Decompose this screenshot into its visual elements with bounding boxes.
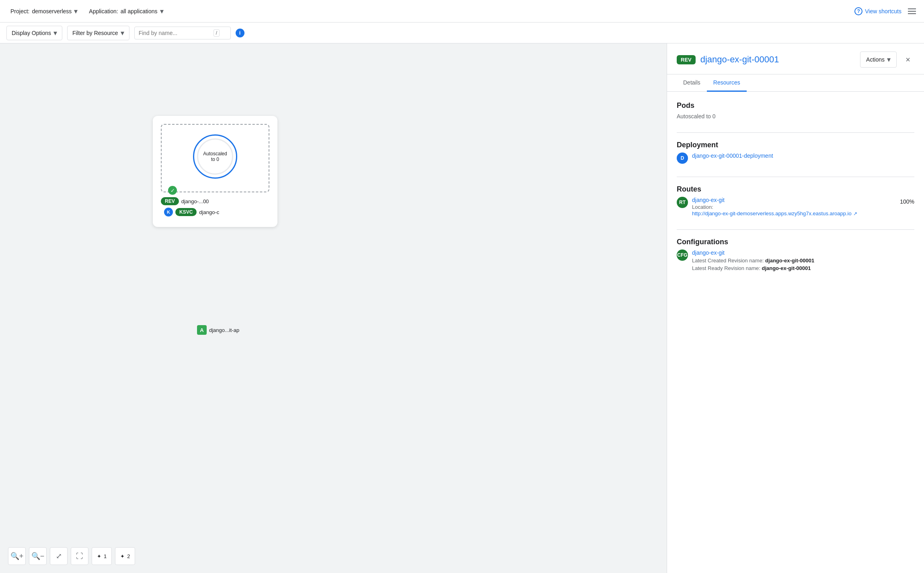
topology-canvas[interactable]: Autoscaled to 0 ✓ REV django-...00 K KSV… — [0, 43, 667, 573]
rev-node-row[interactable]: REV django-...00 — [161, 197, 269, 205]
route-percentage: 100% — [900, 197, 914, 205]
deployment-title: Deployment — [677, 141, 914, 149]
ksvc-node-row[interactable]: K KSVC django-c — [164, 208, 269, 216]
node1-button[interactable]: ✦ 1 — [92, 547, 112, 565]
outer-ring: Autoscaled to 0 — [193, 134, 237, 179]
project-dropdown[interactable]: Project: demoserverless ▾ — [6, 4, 82, 18]
inner-ring: Autoscaled to 0 — [197, 138, 233, 175]
rev-tag: REV — [161, 197, 179, 205]
expand-button[interactable]: ⛶ — [71, 547, 88, 565]
toolbar: Display Options ▾ Filter by Resource ▾ /… — [0, 23, 924, 43]
route-row: RT django-ex-git Location: http://django… — [677, 197, 914, 216]
configurations-section: Configurations CFG django-ex-git Latest … — [677, 238, 914, 271]
pods-subtitle: Autoscaled to 0 — [677, 113, 914, 120]
ksvc-tag: KSVC — [175, 208, 197, 216]
route-location-label: Location: — [692, 204, 857, 210]
navbar-right: ? View shortcuts — [854, 7, 918, 16]
navbar: Project: demoserverless ▾ Application: a… — [0, 0, 924, 23]
application-dropdown[interactable]: Application: all applications ▾ — [85, 4, 167, 18]
tab-details[interactable]: Details — [677, 74, 707, 92]
close-icon: × — [906, 55, 910, 64]
question-icon: ? — [854, 7, 862, 15]
node2-label: 2 — [127, 553, 130, 559]
pods-title: Pods — [677, 101, 914, 110]
routes-section: Routes RT django-ex-git Location: http:/… — [677, 185, 914, 216]
cfg-latest-created-value: django-ex-git-00001 — [765, 258, 814, 264]
filter-chevron-icon: ▾ — [121, 29, 124, 37]
view-shortcuts-link[interactable]: ? View shortcuts — [854, 7, 901, 15]
route-badge: RT — [677, 197, 688, 208]
expand-icon: ⛶ — [76, 552, 83, 561]
cfg-row: CFG django-ex-git Latest Created Revisio… — [677, 249, 914, 271]
deployment-badge: D — [677, 153, 688, 164]
search-input[interactable] — [139, 30, 211, 36]
a-node-name: django...it-ap — [209, 327, 239, 333]
check-badge: ✓ — [168, 186, 177, 195]
project-chevron-icon: ▾ — [74, 7, 78, 16]
project-name: demoserverless — [32, 8, 72, 14]
actions-button[interactable]: Actions ▾ — [860, 52, 897, 68]
display-options-button[interactable]: Display Options ▾ — [6, 26, 62, 40]
fit-button[interactable]: ⤢ — [50, 547, 68, 565]
panel-title: REV django-ex-git-00001 — [677, 54, 779, 65]
node1-label: 1 — [104, 553, 107, 559]
deployment-link[interactable]: django-ex-git-00001-deployment — [692, 153, 773, 159]
actions-label: Actions — [866, 56, 885, 63]
fit-icon: ⤢ — [56, 552, 62, 561]
search-kbd: / — [214, 29, 220, 37]
deployment-row: D django-ex-git-00001-deployment — [677, 153, 914, 164]
deployment-section: Deployment D django-ex-git-00001-deploym… — [677, 141, 914, 164]
project-label: Project: — [10, 8, 29, 14]
panel-heading: django-ex-git-00001 — [700, 54, 779, 65]
external-link-icon: ↗ — [853, 211, 857, 216]
search-box: / — [134, 27, 231, 39]
view-shortcuts-label: View shortcuts — [865, 8, 901, 14]
a-icon: A — [197, 325, 207, 335]
route-name-link[interactable]: django-ex-git — [692, 197, 725, 203]
a-node-card[interactable]: A django...it-ap — [197, 325, 239, 337]
route-info: RT django-ex-git Location: http://django… — [677, 197, 857, 216]
zoom-out-button[interactable]: 🔍− — [29, 547, 47, 565]
navbar-left: Project: demoserverless ▾ Application: a… — [6, 4, 168, 18]
a-node-row[interactable]: A django...it-ap — [197, 325, 239, 335]
panel-header: REV django-ex-git-00001 Actions ▾ × — [667, 43, 924, 74]
zoom-in-button[interactable]: 🔍+ — [8, 547, 26, 565]
cfg-badge: CFG — [677, 249, 688, 261]
cfg-latest-created: Latest Created Revision name: django-ex-… — [692, 258, 814, 264]
display-options-chevron-icon: ▾ — [53, 29, 57, 37]
configurations-title: Configurations — [677, 238, 914, 246]
menu-icon[interactable] — [906, 7, 918, 16]
app-name: all applications — [121, 8, 158, 14]
rev-badge: REV — [677, 55, 696, 64]
info-icon[interactable]: i — [236, 29, 244, 37]
panel-content: Pods Autoscaled to 0 Deployment D django… — [667, 92, 924, 294]
canvas-controls: 🔍+ 🔍− ⤢ ⛶ ✦ 1 ✦ 2 — [8, 547, 135, 565]
ksvc-node-name: django-c — [199, 209, 219, 215]
side-panel: REV django-ex-git-00001 Actions ▾ × Deta… — [667, 43, 924, 573]
rev-node-name: django-...00 — [181, 198, 209, 204]
route-url-link[interactable]: http://django-ex-git-demoserverless.apps… — [692, 210, 852, 216]
app-label: Application: — [89, 8, 118, 14]
app-chevron-icon: ▾ — [160, 7, 164, 16]
node2-icon: ✦ — [120, 553, 125, 559]
node1-icon: ✦ — [97, 553, 101, 559]
filter-by-resource-button[interactable]: Filter by Resource ▾ — [67, 26, 129, 40]
actions-chevron-icon: ▾ — [887, 55, 891, 64]
panel-tabs: Details Resources — [667, 74, 924, 92]
routes-title: Routes — [677, 185, 914, 194]
divider-3 — [677, 229, 914, 230]
close-button[interactable]: × — [901, 53, 914, 66]
tab-resources[interactable]: Resources — [707, 74, 747, 92]
dashed-selection-box: Autoscaled to 0 ✓ — [161, 124, 269, 192]
filter-by-resource-label: Filter by Resource — [72, 30, 118, 36]
cfg-name-link[interactable]: django-ex-git — [692, 249, 725, 256]
zoom-in-icon: 🔍+ — [10, 552, 24, 561]
node2-button[interactable]: ✦ 2 — [115, 547, 135, 565]
divider-2 — [677, 177, 914, 177]
display-options-label: Display Options — [12, 30, 51, 36]
cfg-latest-ready: Latest Ready Revision name: django-ex-gi… — [692, 265, 814, 271]
divider-1 — [677, 132, 914, 133]
pods-section: Pods Autoscaled to 0 — [677, 101, 914, 120]
circle-label: Autoscaled to 0 — [203, 151, 227, 162]
cfg-latest-ready-value: django-ex-git-00001 — [762, 265, 811, 271]
